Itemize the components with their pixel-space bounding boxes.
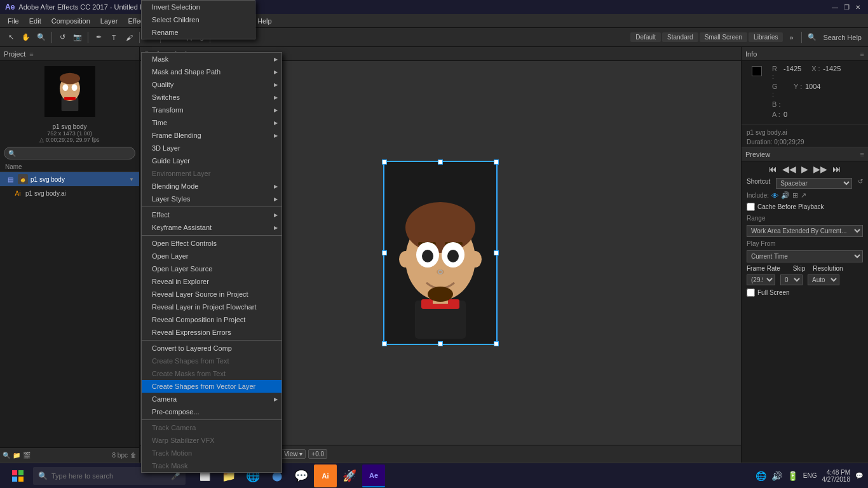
ctx-reveal-layer-project[interactable]: Reveal Layer in Project Flowchart bbox=[142, 301, 281, 313]
app-icon: Ae bbox=[5, 3, 15, 11]
export-icon[interactable]: ↗ bbox=[801, 191, 806, 200]
ctx-reveal-explorer[interactable]: Reveal in Explorer bbox=[142, 275, 281, 288]
delete-btn[interactable]: 🗑 bbox=[130, 452, 137, 459]
sub-invert-selection[interactable]: Invert Selection bbox=[142, 1, 255, 13]
menu-edit[interactable]: Edit bbox=[24, 16, 46, 26]
footer-btn1[interactable]: 🔍 bbox=[3, 452, 10, 459]
preview-menu[interactable]: ≡ bbox=[860, 151, 864, 158]
project-search-input[interactable] bbox=[18, 149, 131, 157]
select-tool[interactable]: ↖ bbox=[4, 30, 18, 44]
network-icon[interactable]: 🌐 bbox=[756, 471, 766, 481]
range-select[interactable]: Work Area Extended By Current... bbox=[747, 225, 863, 237]
ctx-blending-mode[interactable]: Blending Mode bbox=[142, 180, 281, 193]
project-item-ai[interactable]: Ai p1 svg body.ai bbox=[0, 186, 139, 200]
sub-select-children[interactable]: Select Children bbox=[142, 13, 255, 26]
ctx-mask-shape[interactable]: Mask and Shape Path bbox=[142, 65, 281, 78]
overlay-icon[interactable]: ⊞ bbox=[792, 191, 798, 200]
menu-layer[interactable]: Layer bbox=[95, 16, 123, 26]
workspace-standard[interactable]: Standard bbox=[662, 32, 698, 42]
audio-icon[interactable]: 🔊 bbox=[781, 191, 790, 200]
ctx-create-shapes-vector[interactable]: Create Shapes from Vector Layer bbox=[142, 380, 281, 393]
ctx-keyframe-assistant[interactable]: Keyframe Assistant bbox=[142, 221, 281, 234]
minimize-button[interactable]: — bbox=[830, 2, 840, 12]
info-a-row: A : 0 bbox=[767, 109, 846, 119]
toolbar-sep2 bbox=[88, 32, 88, 43]
info-menu[interactable]: ≡ bbox=[860, 50, 864, 58]
ctx-transform[interactable]: Transform bbox=[142, 104, 281, 116]
brush-tool[interactable]: 🖌 bbox=[122, 30, 136, 44]
ctx-3d-layer[interactable]: 3D Layer bbox=[142, 142, 281, 154]
hand-tool[interactable]: ✋ bbox=[19, 30, 33, 44]
rotate-tool[interactable]: ↺ bbox=[55, 30, 69, 44]
taskbar-messaging[interactable]: 💬 bbox=[290, 464, 313, 487]
cache-checkbox[interactable] bbox=[747, 203, 755, 211]
comp-overlay-btn[interactable]: +0.0 bbox=[308, 449, 327, 459]
ctx-reveal-expr[interactable]: Reveal Expression Errors bbox=[142, 326, 281, 339]
ctx-frame-blending[interactable]: Frame Blending bbox=[142, 129, 281, 142]
notification-icon[interactable]: 💬 bbox=[855, 472, 863, 479]
taskbar-illustrator[interactable]: Ai bbox=[314, 464, 337, 487]
search-help-btn[interactable]: 🔍 bbox=[805, 30, 819, 44]
project-info: p1 svg body 752 x 1473 (1.00) △ 0;00;29;… bbox=[0, 122, 139, 144]
zoom-tool[interactable]: 🔍 bbox=[34, 30, 48, 44]
preview-play[interactable]: ▶ bbox=[801, 164, 808, 174]
ctx-open-layer-source[interactable]: Open Layer Source bbox=[142, 262, 281, 275]
footer-btn2[interactable]: 📁 bbox=[13, 452, 20, 459]
taskbar-launcher[interactable]: 🚀 bbox=[338, 464, 361, 487]
ctx-effect[interactable]: Effect bbox=[142, 208, 281, 221]
preview-next-frame[interactable]: ▶▶ bbox=[813, 164, 827, 174]
menu-file[interactable]: File bbox=[3, 16, 24, 26]
pen-tool[interactable]: ✒ bbox=[92, 30, 105, 44]
shortcut-select[interactable]: Spacebar bbox=[776, 178, 852, 189]
taskbar-search-input[interactable] bbox=[51, 472, 167, 480]
workspace-default[interactable]: Default bbox=[630, 32, 661, 42]
lang-indicator[interactable]: ENG bbox=[803, 472, 817, 479]
preview-skip-back[interactable]: ⏮ bbox=[768, 164, 777, 174]
a-value: 0 bbox=[783, 111, 787, 118]
ctx-pre-compose[interactable]: Pre-compose... bbox=[142, 405, 281, 418]
title-bar-controls: — ❐ ✕ bbox=[830, 2, 863, 12]
start-button[interactable] bbox=[5, 464, 31, 487]
ctx-camera[interactable]: Camera bbox=[142, 393, 281, 405]
volume-icon[interactable]: 🔊 bbox=[771, 471, 782, 481]
menu-help[interactable]: Help bbox=[252, 16, 277, 26]
menu-composition[interactable]: Composition bbox=[46, 16, 95, 26]
ctx-reveal-layer-source[interactable]: Reveal Layer Source in Project bbox=[142, 288, 281, 301]
taskbar-after-effects[interactable]: Ae bbox=[362, 464, 385, 487]
playfrom-select[interactable]: Current Time bbox=[747, 250, 863, 262]
project-item-comp[interactable]: ▤ 🧑 p1 svg body ▼ bbox=[0, 172, 139, 186]
ctx-layer-styles[interactable]: Layer Styles bbox=[142, 193, 281, 205]
resolution-select[interactable]: Auto bbox=[808, 274, 839, 285]
toolbar-sep6 bbox=[801, 32, 802, 43]
eye-icon[interactable]: 👁 bbox=[771, 192, 778, 200]
footer-btn3[interactable]: 🎬 bbox=[23, 452, 31, 459]
preview-skip-fwd[interactable]: ⏭ bbox=[832, 164, 841, 174]
ctx-open-layer[interactable]: Open Layer bbox=[142, 250, 281, 262]
fps-select[interactable]: (29.97) bbox=[747, 274, 775, 285]
ctx-guide-layer[interactable]: Guide Layer bbox=[142, 154, 281, 167]
ctx-convert-layered[interactable]: Convert to Layered Comp bbox=[142, 342, 281, 355]
ctx-mask[interactable]: Mask bbox=[142, 53, 281, 65]
include-label: Include: bbox=[747, 192, 769, 199]
ctx-reveal-comp[interactable]: Reveal Composition in Project bbox=[142, 313, 281, 326]
workspace-more[interactable]: » bbox=[784, 30, 798, 44]
sub-rename[interactable]: Rename bbox=[142, 26, 255, 39]
close-button[interactable]: ✕ bbox=[853, 2, 863, 12]
camera-tool[interactable]: 📷 bbox=[71, 30, 85, 44]
skip-select[interactable]: 0 bbox=[780, 274, 803, 285]
ctx-open-effect-controls[interactable]: Open Effect Controls bbox=[142, 237, 281, 250]
workspace-libraries[interactable]: Libraries bbox=[749, 32, 783, 42]
project-search[interactable]: 🔍 bbox=[4, 147, 135, 159]
ctx-quality[interactable]: Quality bbox=[142, 78, 281, 91]
battery-icon[interactable]: 🔋 bbox=[787, 471, 798, 481]
clock[interactable]: 4:48 PM 4/27/2018 bbox=[822, 469, 851, 483]
fullscreen-checkbox[interactable] bbox=[747, 288, 755, 297]
ctx-time[interactable]: Time bbox=[142, 116, 281, 129]
refresh-icon[interactable]: ↺ bbox=[858, 178, 863, 189]
project-menu-icon[interactable]: ≡ bbox=[29, 50, 33, 58]
text-tool[interactable]: T bbox=[107, 30, 121, 44]
ctx-switches[interactable]: Switches bbox=[142, 91, 281, 104]
preview-prev-frame[interactable]: ◀◀ bbox=[782, 164, 796, 174]
maximize-button[interactable]: ❐ bbox=[841, 2, 851, 12]
workspace-small-screen[interactable]: Small Screen bbox=[700, 32, 747, 42]
